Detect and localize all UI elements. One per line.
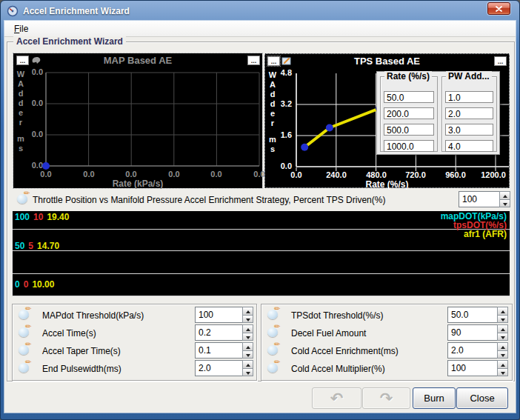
- strip-scale-mid: 50514.70: [15, 241, 63, 251]
- rate-cell[interactable]: 500.0: [384, 124, 434, 136]
- tps-driven-percent-spinner: 100: [459, 191, 510, 207]
- decel-fuel-amount-input[interactable]: 90: [447, 324, 497, 341]
- redo-button[interactable]: ↷: [362, 387, 410, 409]
- spinner-down-button[interactable]: [242, 368, 253, 377]
- tps-driven-percent-input[interactable]: 100: [459, 191, 499, 207]
- spinner-up-button[interactable]: [242, 324, 253, 333]
- legend-afr1: afr1 (AFR): [464, 229, 507, 239]
- tpsdot-threshold-spinner: 50.0: [447, 307, 508, 323]
- cold-accel-enrichment-input[interactable]: 2.0: [447, 342, 497, 359]
- titlebar[interactable]: Accel Enrichment Wizard: [1, 1, 519, 21]
- map-based-ae-chart[interactable]: ... MAP Based AE ... WAdderms 0.0 0.0 0.…: [13, 53, 262, 188]
- undo-icon: ↶: [330, 390, 344, 407]
- pw-cell[interactable]: 2.0: [445, 107, 493, 119]
- menu-file[interactable]: File: [11, 23, 31, 35]
- up-arrow-icon: [503, 195, 507, 198]
- spinner-down-button[interactable]: [497, 315, 508, 324]
- pw-column-group: PW Add... 1.0 2.0 3.0 4.0: [441, 76, 497, 152]
- edit-icon: [19, 310, 29, 319]
- map-x-axis-label: Rate (kPa/s): [13, 179, 262, 189]
- map-x-tick: 0.0: [158, 170, 190, 179]
- close-dialog-button[interactable]: Close: [456, 387, 508, 409]
- pw-cell[interactable]: 1.0: [445, 91, 493, 103]
- tpsdot-threshold-input[interactable]: 50.0: [447, 307, 497, 323]
- spinner-up-button[interactable]: [497, 360, 508, 368]
- spinner-up-button[interactable]: [497, 342, 508, 350]
- spinner-down-button[interactable]: [497, 350, 508, 359]
- map-chart-plot[interactable]: [13, 53, 262, 188]
- edit-icon: [267, 363, 278, 373]
- spinner-up-button[interactable]: [242, 342, 253, 350]
- spinner-up-button[interactable]: [497, 307, 508, 315]
- spinner-down-button[interactable]: [497, 368, 508, 377]
- spinner-up-button[interactable]: [497, 324, 508, 333]
- edit-icon: [17, 194, 27, 204]
- accel-enrichment-wizard-window: Accel Enrichment Wizard File Accel Enric…: [0, 0, 520, 420]
- map-x-tick: 0.0: [30, 170, 62, 179]
- param-label: Cold Accel Enrichment(ms): [291, 346, 399, 356]
- strip-gridline: [13, 273, 510, 274]
- edit-icon: [267, 345, 278, 355]
- redo-icon: ↷: [380, 390, 393, 407]
- pw-cell[interactable]: 4.0: [445, 140, 493, 152]
- tps-based-ae-chart[interactable]: ... TPS Based AE ... WAdderms 4.8 3.2 1.…: [264, 53, 510, 188]
- param-label: Accel Time(s): [42, 328, 96, 339]
- undo-button[interactable]: ↶: [312, 387, 361, 409]
- strategy-label: Throttle Position vs Manifold Pressure A…: [33, 195, 385, 205]
- tps-x-tick: 1200.0: [476, 170, 511, 179]
- end-pulsewidth-input[interactable]: 2.0: [195, 360, 242, 376]
- spinner-down-button[interactable]: [497, 333, 508, 341]
- close-button[interactable]: [487, 2, 510, 15]
- spinner-down-button[interactable]: [242, 350, 253, 359]
- mapdot-threshold-spinner: 100: [195, 307, 253, 323]
- mapdot-threshold-input[interactable]: 100: [195, 307, 242, 323]
- spinner-down-button[interactable]: [242, 333, 253, 341]
- param-label: End Pulsewidth(ms): [42, 364, 121, 374]
- tps-params-panel: TPSdot Threshold(%/s) 50.0 Decel Fuel Am…: [261, 304, 513, 381]
- cold-accel-multiplier-input[interactable]: 100: [447, 360, 497, 376]
- dialog-content: File Accel Enrichment Wizard ... MAP Bas…: [4, 21, 516, 413]
- tps-table-panel: Rate (%/s) 50.0 200.0 500.0 1000.0 PW Ad…: [376, 71, 500, 155]
- strip-gridline: [13, 250, 510, 251]
- param-label: Accel Taper Time(s): [42, 346, 121, 356]
- strip-scale-min: 0010.00: [15, 279, 58, 290]
- tps-x-tick: 480.0: [359, 170, 394, 179]
- spinner-up-button[interactable]: [242, 307, 253, 315]
- pw-column-title: PW Add...: [446, 71, 492, 81]
- accel-taper-time-input[interactable]: 0.1: [195, 342, 242, 359]
- tps-x-tick: 0.0: [279, 170, 314, 179]
- strip-gridline: [13, 229, 510, 230]
- param-label: Decel Fuel Amount: [291, 328, 366, 339]
- rate-cell[interactable]: 50.0: [384, 91, 434, 103]
- burn-button[interactable]: Burn: [413, 387, 456, 409]
- menubar: File: [4, 21, 516, 37]
- edit-icon: [267, 310, 278, 319]
- spinner-down-button[interactable]: [242, 315, 253, 324]
- spinner-down-button[interactable]: [499, 199, 510, 208]
- cold-accel-enrichment-spinner: 2.0: [447, 342, 508, 359]
- map-x-tick: 0.0: [115, 170, 147, 179]
- param-label: MAPdot Threshold(kPa/s): [42, 310, 144, 321]
- map-params-panel: MAPdot Threshold(kPa/s) 100 Accel Time(s…: [12, 304, 257, 381]
- wizard-groupbox: Accel Enrichment Wizard ... MAP Based AE…: [7, 41, 515, 381]
- window-title: Accel Enrichment Wizard: [23, 6, 130, 16]
- tps-x-tick: 720.0: [398, 170, 433, 179]
- edit-icon: [19, 363, 29, 373]
- rate-column-title: Rate (%/s): [384, 71, 432, 81]
- accel-taper-time-spinner: 0.1: [195, 342, 253, 359]
- pw-cell[interactable]: 3.0: [445, 124, 493, 136]
- spinner-up-button[interactable]: [242, 360, 253, 368]
- rate-cell[interactable]: 1000.0: [384, 140, 434, 152]
- spinner-up-button[interactable]: [499, 191, 510, 199]
- strip-scale-max: 1001019.40: [15, 212, 73, 222]
- tps-x-tick: 240.0: [319, 170, 354, 179]
- edit-icon: [19, 327, 29, 337]
- accel-time-input[interactable]: 0.2: [195, 324, 242, 341]
- rate-cell[interactable]: 200.0: [384, 107, 434, 119]
- map-x-tick: 0.0: [200, 170, 233, 179]
- app-icon: [7, 5, 19, 17]
- cold-accel-multiplier-spinner: 100: [447, 360, 508, 376]
- map-x-tick: 0.0: [73, 170, 105, 179]
- strip-chart: 1001019.40 50514.70 0010.00 mapDOT(kPa/s…: [12, 211, 510, 296]
- end-pulsewidth-spinner: 2.0: [195, 360, 253, 376]
